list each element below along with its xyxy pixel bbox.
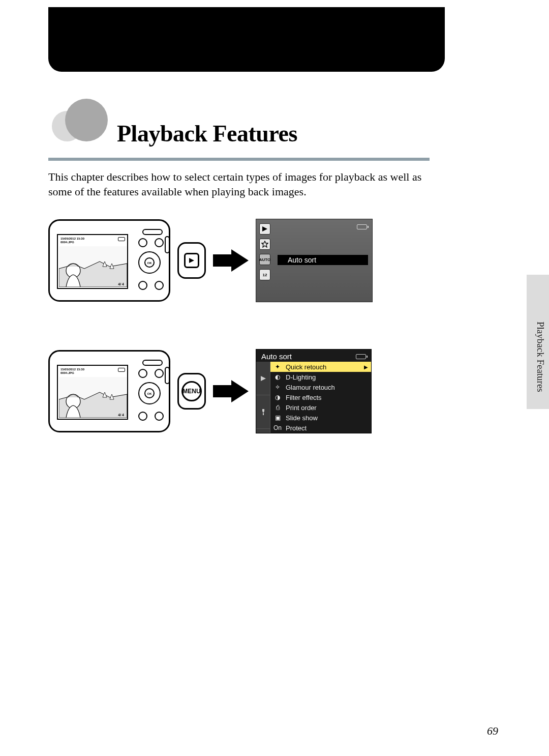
svg-marker-14 [213,380,249,402]
lcd-sample-image [59,246,127,287]
menu-tab-playback-icon [256,362,270,395]
camera-back-illustration: 15/05/2012 15:30 0004.JPG 4/ 4 [48,350,170,432]
play-icon [184,253,199,268]
selected-mode-row: Auto sort [278,255,368,265]
battery-icon [356,354,366,359]
camera-controls: OK [136,362,165,423]
camera-lcd: 15/05/2012 15:30 0004.JPG 4/ 4 [57,365,128,420]
d-lighting-icon: ◐ [273,373,282,381]
print-order-icon: ⎙ [273,404,282,411]
menu-item-label: Filter effects [286,394,322,401]
slide-show-icon: ▣ [273,414,282,421]
camera-dpad-icon: OK [138,382,161,404]
camera-small-button [138,369,147,378]
menu-item-d-lighting: ◐ D-Lighting [270,372,371,382]
auto-sort-mode-icon: AUTO [259,254,270,265]
lcd-sample-image [59,377,127,418]
camera-small-button [155,412,164,421]
camera-small-button [138,238,147,247]
callout-play-button [177,242,206,279]
page-number: 69 [487,724,498,738]
camera-strap-lug [165,236,170,253]
play-mode-icon [259,223,270,235]
quick-retouch-icon: ✦ [273,363,282,370]
menu-item-glamour-retouch: ✧ Glamour retouch [270,382,371,392]
menu-item-list: ✦ Quick retouch ▶ ◐ D-Lighting ✧ Glamour… [270,362,371,433]
mode-icon-column: AUTO 12 [259,223,272,280]
lcd-counter: 4/ 4 [118,282,124,286]
arrow-icon [213,249,249,272]
svg-marker-8 [262,226,267,231]
menu-title-bar: Auto sort [256,350,371,362]
zoom-rocker-icon [142,229,163,235]
battery-icon [357,224,367,229]
camera-lcd: 15/05/2012 15:30 0004.JPG 4/ 4 [57,234,128,289]
section-tab-label: Playback Features [535,322,546,392]
chapter-title: Playback Features [117,120,297,147]
svg-marker-9 [262,241,268,247]
lcd-badge-icon [118,237,125,241]
svg-marker-7 [213,249,249,272]
menu-item-protect: On Protect [270,423,371,433]
camera-back-illustration: 15/05/2012 15:30 0004.JPG 4/ 4 [48,219,170,302]
chapter-bullet-icon [46,98,112,149]
svg-marker-15 [261,376,266,381]
lcd-counter: 4/ 4 [118,413,124,417]
menu-item-label: Quick retouch [286,363,326,371]
date-icon-text: 12 [263,273,267,277]
camera-small-button [155,281,164,290]
svg-marker-6 [189,258,194,263]
callout-menu-button: MENU [177,373,206,410]
camera-ok-button: OK [144,257,155,268]
menu-item-print-order: ⎙ Print order [270,402,371,413]
lcd-date: 15/05/2012 15:30 [60,368,84,371]
menu-tab-column [256,362,270,433]
menu-tab-setup-icon [256,395,270,429]
menu-item-label: Protect [286,424,307,432]
camera-small-button [155,369,164,378]
lcd-date: 15/05/2012 15:30 [60,237,84,240]
camera-strap-lug [165,367,170,384]
filter-effects-icon: ◑ [273,394,282,401]
glamour-retouch-icon: ✧ [273,384,282,391]
svg-rect-16 [263,413,264,415]
menu-item-quick-retouch: ✦ Quick retouch ▶ [270,362,371,372]
menu-item-filter-effects: ◑ Filter effects [270,392,371,402]
lcd-filename: 0004.JPG [60,241,74,244]
chapter-intro-text: This chapter describes how to select cer… [48,170,440,199]
camera-small-button [138,412,147,421]
camera-small-button [155,238,164,247]
zoom-rocker-icon [142,360,163,366]
camera-dpad-icon: OK [138,251,161,274]
chapter-header-bar [48,7,445,72]
svg-point-1 [65,99,108,141]
playback-mode-select-screen: AUTO 12 Auto sort [256,219,373,302]
menu-item-label: Print order [286,404,317,412]
camera-ok-button: OK [144,388,155,398]
list-by-date-mode-icon: 12 [259,269,270,280]
lcd-date-filename: 15/05/2012 15:30 0004.JPG [60,237,84,244]
favorite-mode-icon [259,239,270,250]
menu-item-slide-show: ▣ Slide show [270,413,371,423]
figure-row-menu-button: 15/05/2012 15:30 0004.JPG 4/ 4 [48,349,372,433]
camera-controls: OK [136,231,165,292]
lcd-date-filename: 15/05/2012 15:30 0004.JPG [60,368,84,374]
lcd-filename: 0004.JPG [60,371,74,374]
menu-item-label: Slide show [286,414,318,422]
arrow-icon [213,380,249,402]
menu-item-label: D-Lighting [286,373,316,381]
figure-row-playback-button: 15/05/2012 15:30 0004.JPG 4/ 4 [48,219,373,302]
menu-item-label: Glamour retouch [286,384,335,391]
menu-title-text: Auto sort [261,352,292,361]
chevron-right-icon: ▶ [364,364,368,370]
camera-small-button [138,281,147,290]
chapter-divider [48,158,430,161]
menu-button-icon: MENU [181,381,202,401]
lcd-badge-icon [118,368,125,372]
protect-icon: On [273,424,282,431]
playback-menu-screen: Auto sort ✦ Quick retouch ▶ [256,349,372,433]
